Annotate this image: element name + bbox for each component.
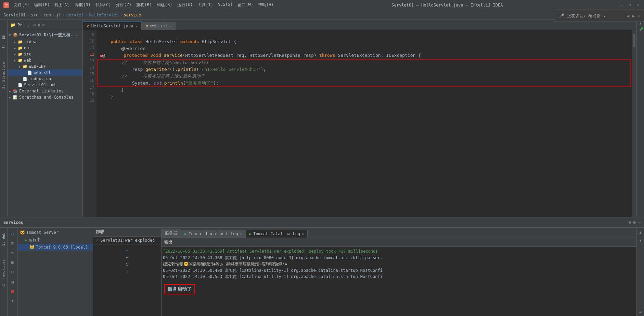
output-tab-localhost-log[interactable]: ▶ Tomcat Localhost Log ✕ bbox=[181, 230, 246, 238]
project-tree: ▼ 📦 Servlet01 D:\(一些文档... ▶ 📁 .idea ▶ 📁 … bbox=[8, 30, 82, 217]
module-icon: 📦 bbox=[13, 33, 18, 37]
running-label: 运行中 bbox=[28, 237, 41, 243]
breadcrumb-item-0[interactable]: Servlet01 bbox=[3, 13, 26, 17]
toolbar-expand-icon[interactable]: ⊞ bbox=[9, 258, 16, 266]
iml-icon: 📄 bbox=[18, 83, 23, 87]
menu-vcs[interactable]: VCS(S) bbox=[216, 1, 235, 9]
menu-tools[interactable]: 工具(T) bbox=[195, 1, 215, 9]
localhost-log-close[interactable]: ✕ bbox=[240, 232, 242, 236]
close-button[interactable]: ✕ bbox=[635, 2, 641, 8]
services-minimize-icon[interactable]: — bbox=[638, 220, 641, 225]
line-num-19: 19 bbox=[85, 97, 94, 104]
tree-item-indexjsp[interactable]: 📄 index.jsp bbox=[8, 76, 82, 82]
output-content[interactable]: [2022-10-05 02:30:41.169] Artifact Servl… bbox=[162, 247, 636, 316]
output-side-menu[interactable]: ≡ bbox=[637, 308, 644, 315]
toolbar-stop-icon[interactable]: ■ bbox=[9, 287, 16, 295]
menu-file[interactable]: 文件(F) bbox=[12, 1, 31, 9]
line-num-14: 14 bbox=[85, 64, 94, 71]
output-tab-localhost-label: Tomcat Localhost Log bbox=[189, 231, 238, 236]
output-tab-server[interactable]: 服务器 bbox=[162, 229, 181, 238]
services-expand-icon[interactable]: ⊕ bbox=[629, 220, 631, 225]
tab-webxml[interactable]: x web.xml ✕ bbox=[142, 22, 176, 30]
tree-item-out[interactable]: ▶ 📁 out bbox=[8, 45, 82, 51]
sep-1: › bbox=[40, 13, 42, 17]
breadcrumb-item-6[interactable]: service bbox=[124, 13, 141, 17]
red-box-container: // 在客户端上输出Hello Servlet│ resp.getWriter(… bbox=[100, 59, 628, 87]
services-tree-running[interactable]: ▶ 运行中 bbox=[18, 236, 93, 244]
breadcrumb-item-4[interactable]: servlet bbox=[66, 13, 84, 17]
folder-icon-src: 📁 bbox=[18, 52, 23, 56]
menu-navigate[interactable]: 导航(N) bbox=[73, 1, 93, 9]
code-line-11: @Override bbox=[100, 45, 628, 52]
tree-arrow-web: ▼ bbox=[14, 59, 18, 62]
tab-close-webxml[interactable]: ✕ bbox=[170, 24, 172, 28]
code-line-13: // 在客户端上输出Hello Servlet│ bbox=[100, 59, 628, 66]
tree-item-iml[interactable]: 📄 Servlet01.iml bbox=[8, 82, 82, 88]
menu-window[interactable]: 窗口(W) bbox=[235, 1, 255, 9]
tree-item-idea[interactable]: ▶ 📁 .idea bbox=[8, 39, 82, 45]
services-title: Services bbox=[3, 220, 629, 225]
breadcrumb-item-1[interactable]: src bbox=[31, 13, 38, 17]
panel-icon-options[interactable]: ⚙ bbox=[33, 23, 36, 27]
menu-edit[interactable]: 编辑(E) bbox=[32, 1, 52, 9]
next-icon[interactable]: ▶ bbox=[632, 13, 635, 18]
deploy-down[interactable]: ↓ bbox=[126, 268, 128, 274]
editor-scrollbar[interactable] bbox=[632, 30, 636, 217]
services-tree: 🐱 Tomcat Server ▶ 运行中 🐱 Tomcat 9.0.63 [l… bbox=[18, 228, 93, 316]
deploy-item-servlet01: ✓ Servlet01:war exploded bbox=[93, 237, 161, 244]
output-panel: 服务器 ▶ Tomcat Localhost Log ✕ ▶ Tomcat Ca… bbox=[162, 228, 636, 316]
speaker-close-icon[interactable]: ↩ bbox=[637, 13, 640, 18]
breadcrumb-item-2[interactable]: com bbox=[43, 13, 51, 17]
tab-helloservlet[interactable]: c HelloServlet.java ✕ bbox=[83, 22, 142, 30]
sidebar-tab-structure[interactable]: 2: Structure bbox=[0, 60, 7, 90]
tree-item-src[interactable]: ▶ 📁 src bbox=[8, 51, 82, 57]
tree-item-extlibs[interactable]: ▶ 📚 External Libraries bbox=[8, 88, 82, 94]
output-scroll-up[interactable]: ▲ bbox=[637, 229, 644, 235]
bottom-tab-web[interactable]: 1: Web bbox=[0, 231, 7, 248]
sidebar-tab-project[interactable]: 1: 项目 bbox=[0, 40, 8, 50]
prev-icon[interactable]: ◀ bbox=[627, 13, 630, 18]
panel-icon-collapse[interactable]: ⇅ bbox=[38, 23, 40, 27]
tree-item-scratches[interactable]: ▶ 📝 Scratches and Consoles bbox=[8, 94, 82, 100]
services-tree-tomcat-instance[interactable]: 🐱 Tomcat 9.0.63 [local] bbox=[18, 244, 93, 251]
deploy-arrow-left[interactable]: ← bbox=[126, 254, 128, 260]
deploy-refresh[interactable]: ↻ bbox=[126, 261, 128, 267]
scrollbar-thumb[interactable] bbox=[633, 34, 635, 47]
toolbar-layout-icon[interactable]: ◨ bbox=[9, 278, 16, 285]
minimize-button[interactable]: — bbox=[619, 2, 624, 8]
deploy-arrow-right[interactable]: → bbox=[126, 248, 128, 253]
menu-refactor[interactable]: 重构(R) bbox=[134, 1, 154, 9]
highlighted-output-box: 服务启动了 bbox=[164, 284, 195, 294]
breadcrumb-item-3[interactable]: jf bbox=[56, 13, 61, 17]
menu-view[interactable]: 视图(V) bbox=[52, 1, 72, 9]
services-tree-tomcat-server[interactable]: 🐱 Tomcat Server bbox=[18, 229, 93, 236]
menu-build[interactable]: 构建(B) bbox=[155, 1, 175, 9]
tab-close-helloservlet[interactable]: ✕ bbox=[135, 24, 137, 28]
output-scroll-down[interactable]: ▼ bbox=[637, 237, 644, 243]
toolbar-align-icon[interactable]: ≡ bbox=[9, 239, 16, 247]
panel-icon-minimize[interactable]: — bbox=[47, 23, 49, 27]
panel-icon-gear[interactable]: ⚙ bbox=[42, 23, 45, 27]
toolbar-add-icon[interactable]: + bbox=[9, 297, 16, 304]
menu-analyze[interactable]: 分析(Z) bbox=[114, 1, 133, 9]
breadcrumb-item-5[interactable]: HelloServlet bbox=[89, 13, 119, 17]
tree-item-web[interactable]: ▼ 📁 web bbox=[8, 57, 82, 63]
services-body: 1: Web 2: Favorites ↻ ≡ ⇅ ⊞ ⊟ ◨ ■ + 🐱 To… bbox=[0, 228, 644, 316]
toolbar-filter-icon[interactable]: ⊟ bbox=[9, 268, 16, 276]
menu-run[interactable]: 运行(U) bbox=[175, 1, 195, 9]
catalina-log-close[interactable]: ✕ bbox=[302, 232, 304, 236]
tree-item-webxml[interactable]: 📄 web.xml bbox=[8, 69, 82, 76]
toolbar-sort-icon[interactable]: ⇅ bbox=[9, 249, 16, 256]
bottom-tab-favorites[interactable]: 2: Favorites bbox=[0, 258, 7, 288]
output-tab-catalina-log[interactable]: ▶ Tomcat Catalina Log ✕ bbox=[246, 230, 308, 238]
toolbar-refresh-icon[interactable]: ↻ bbox=[9, 230, 16, 237]
tree-label-extlibs: External Libraries bbox=[19, 89, 64, 93]
code-content[interactable]: public class HelloServlet extends HttpSe… bbox=[96, 30, 632, 217]
tree-item-webinf[interactable]: ▼ 📁 WEB-INF bbox=[8, 63, 82, 69]
tree-item-servlet01[interactable]: ▼ 📦 Servlet01 D:\(一些文档... bbox=[8, 31, 82, 39]
menu-code[interactable]: 代码(C) bbox=[93, 1, 113, 9]
menu-help[interactable]: 帮助(H) bbox=[256, 1, 276, 9]
maximize-button[interactable]: ❐ bbox=[627, 2, 632, 8]
tree-arrow-scratches: ▶ bbox=[9, 96, 13, 99]
services-settings-icon[interactable]: ⚙ bbox=[633, 220, 636, 225]
